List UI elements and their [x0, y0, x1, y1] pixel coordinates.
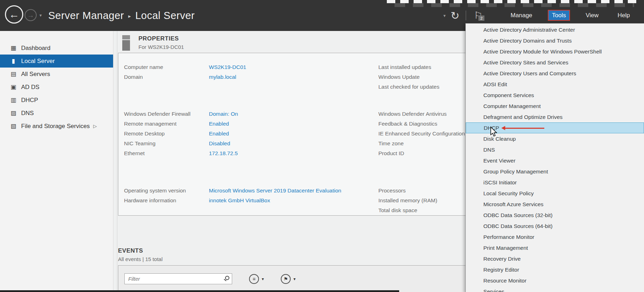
property-label: Last installed updates: [378, 64, 463, 70]
property-row: Last checked for updates: [378, 82, 463, 92]
ad-ds-icon: ▣: [9, 83, 18, 91]
sidebar-item-local-server[interactable]: ▮Local Server: [0, 55, 113, 68]
list-options-caret-icon[interactable]: ▾: [262, 277, 264, 281]
property-value-link[interactable]: innotek GmbH VirtualBox: [209, 197, 270, 204]
properties-title: PROPERTIES: [138, 35, 184, 42]
tools-menu-item-microsoft-azure-services[interactable]: Microsoft Azure Services: [466, 199, 644, 210]
notifications-flag-icon[interactable]: ⚐ 2: [474, 10, 482, 21]
tools-menu-item-active-directory-domains-and-trusts[interactable]: Active Directory Domains and Trusts: [466, 35, 644, 46]
property-value-link[interactable]: Enabled: [209, 131, 229, 137]
property-label: Computer name: [124, 64, 209, 70]
servers-caret-icon[interactable]: ▾: [443, 13, 446, 18]
tools-menu-item-local-security-policy[interactable]: Local Security Policy: [466, 188, 644, 199]
property-row: Domainmylab.local: [124, 72, 341, 82]
save-query-button[interactable]: ⚑: [281, 274, 291, 284]
breadcrumb-current[interactable]: Local Server: [135, 10, 195, 21]
sidebar-item-dns[interactable]: ▨DNS: [0, 107, 113, 120]
properties-right-column: Last installed updatesWindows UpdateLast…: [378, 62, 463, 215]
sidebar-item-label: Dashboard: [21, 45, 50, 52]
menu-item-label: Performance Monitor: [483, 234, 534, 240]
tools-menu-item-event-viewer[interactable]: Event Viewer: [466, 155, 644, 166]
tools-menu-item-defragment-and-optimize-drives[interactable]: Defragment and Optimize Drives: [466, 112, 644, 122]
tools-menu-item-dns[interactable]: DNS: [466, 144, 644, 155]
tools-menu-item-active-directory-administrative-center[interactable]: Active Directory Administrative Center: [466, 24, 644, 35]
save-query-caret-icon[interactable]: ▾: [293, 277, 296, 281]
tools-dropdown-menu: Active Directory Administrative CenterAc…: [465, 23, 644, 292]
menu-item-label: Services: [483, 288, 504, 292]
property-group: Windows Defender FirewallDomain: OnRemot…: [124, 109, 341, 158]
tools-menu-item-odbc-data-sources-32-bit-[interactable]: ODBC Data Sources (32-bit): [466, 210, 644, 221]
tools-menu-item-recovery-drive[interactable]: Recovery Drive: [466, 253, 644, 264]
menu-item-label: Local Security Policy: [483, 190, 534, 196]
sidebar-item-ad-ds[interactable]: ▣AD DS: [0, 81, 113, 94]
annotation-red-arrow: [505, 128, 544, 129]
forward-arrow-icon: →: [27, 11, 34, 19]
filter-input[interactable]: [124, 273, 232, 284]
property-value-link[interactable]: Domain: On: [209, 111, 238, 117]
tools-menu-item-group-policy-management[interactable]: Group Policy Management: [466, 166, 644, 177]
property-row: Time zone: [378, 139, 463, 148]
property-value-link[interactable]: Microsoft Windows Server 2019 Datacenter…: [209, 188, 341, 194]
topbar-menus: ManageToolsViewHelp: [495, 12, 633, 19]
property-value-link[interactable]: WS2K19-DC01: [209, 64, 246, 70]
property-group: Operating system versionMicrosoft Window…: [124, 186, 341, 205]
sidebar-item-label: File and Storage Services: [21, 123, 90, 130]
tools-menu-item-adsi-edit[interactable]: ADSI Edit: [466, 79, 644, 90]
tools-menu-item-registry-editor[interactable]: Registry Editor: [466, 264, 644, 275]
property-value-link[interactable]: 172.18.72.5: [209, 150, 238, 157]
menu-item-label: Computer Management: [483, 103, 541, 109]
sidebar-item-file-and-storage-services[interactable]: ▧File and Storage Services▷: [0, 120, 113, 133]
menu-view[interactable]: View: [582, 11, 602, 20]
property-label: Hardware information: [124, 197, 209, 204]
tools-menu-item-active-directory-users-and-computers[interactable]: Active Directory Users and Computers: [466, 68, 644, 79]
sidebar-item-label: AD DS: [21, 84, 39, 91]
property-label: Last checked for updates: [378, 84, 463, 90]
tools-menu-item-active-directory-sites-and-services[interactable]: Active Directory Sites and Services: [466, 57, 644, 68]
back-arrow-icon: ←: [9, 8, 19, 20]
tools-menu-item-iscsi-initiator[interactable]: iSCSI Initiator: [466, 177, 644, 188]
property-value-link[interactable]: Enabled: [209, 121, 229, 127]
topbar-divider: [466, 11, 466, 20]
menu-manage[interactable]: Manage: [507, 11, 535, 20]
property-group: Windows Defender AntivirusFeedback & Dia…: [378, 109, 463, 158]
property-row: Hardware informationinnotek GmbH Virtual…: [124, 196, 341, 205]
menu-item-label: Registry Editor: [483, 267, 519, 273]
dns-icon: ▨: [9, 109, 18, 117]
menu-item-label: ODBC Data Sources (64-bit): [483, 223, 552, 229]
menu-help[interactable]: Help: [614, 11, 633, 20]
sidebar-item-dashboard[interactable]: ▦Dashboard: [0, 42, 113, 55]
menu-item-label: ODBC Data Sources (32-bit): [483, 212, 552, 218]
tools-menu-item-resource-monitor[interactable]: Resource Monitor: [466, 275, 644, 286]
tools-menu-item-services[interactable]: Services: [466, 286, 644, 292]
expand-chevron-icon[interactable]: ▷: [93, 123, 97, 129]
menu-tools[interactable]: Tools: [548, 10, 570, 21]
property-value-link[interactable]: mylab.local: [209, 74, 236, 80]
menu-item-label: DNS: [483, 147, 495, 153]
menu-item-label: Active Directory Module for Windows Powe…: [483, 49, 602, 55]
history-caret-icon[interactable]: ▾: [39, 13, 42, 18]
breadcrumb-root[interactable]: Server Manager: [48, 10, 124, 21]
menu-item-label: Print Management: [483, 245, 528, 251]
property-row: Remote managementEnabled: [124, 119, 341, 129]
sidebar-item-all-servers[interactable]: ▤All Servers: [0, 68, 113, 81]
menu-item-label: Active Directory Sites and Services: [483, 59, 568, 65]
refresh-icon[interactable]: ↻: [451, 9, 459, 22]
tools-menu-item-component-services[interactable]: Component Services: [466, 90, 644, 101]
tools-menu-item-print-management[interactable]: Print Management: [466, 242, 644, 253]
tools-menu-item-odbc-data-sources-64-bit-[interactable]: ODBC Data Sources (64-bit): [466, 221, 644, 231]
property-value-link[interactable]: Disabled: [209, 140, 230, 147]
list-icon: ≡: [253, 276, 255, 282]
tools-menu-item-performance-monitor[interactable]: Performance Monitor: [466, 231, 644, 242]
sidebar-item-dhcp[interactable]: ▥DHCP: [0, 94, 113, 107]
property-label: Windows Defender Antivirus: [378, 111, 463, 117]
list-options-button[interactable]: ≡: [249, 274, 259, 284]
tools-menu-item-active-directory-module-for-windows-powershell[interactable]: Active Directory Module for Windows Powe…: [466, 46, 644, 57]
menu-item-label: Group Policy Management: [483, 169, 548, 174]
sidebar-list: ▦Dashboard▮Local Server▤All Servers▣AD D…: [0, 31, 113, 133]
property-row: Computer nameWS2K19-DC01: [124, 62, 341, 72]
sidebar-item-label: Local Server: [21, 58, 55, 65]
forward-button[interactable]: →: [25, 9, 37, 21]
watermark-top: [387, 0, 638, 3]
tools-menu-item-computer-management[interactable]: Computer Management: [466, 101, 644, 112]
back-button[interactable]: ←: [5, 5, 23, 24]
